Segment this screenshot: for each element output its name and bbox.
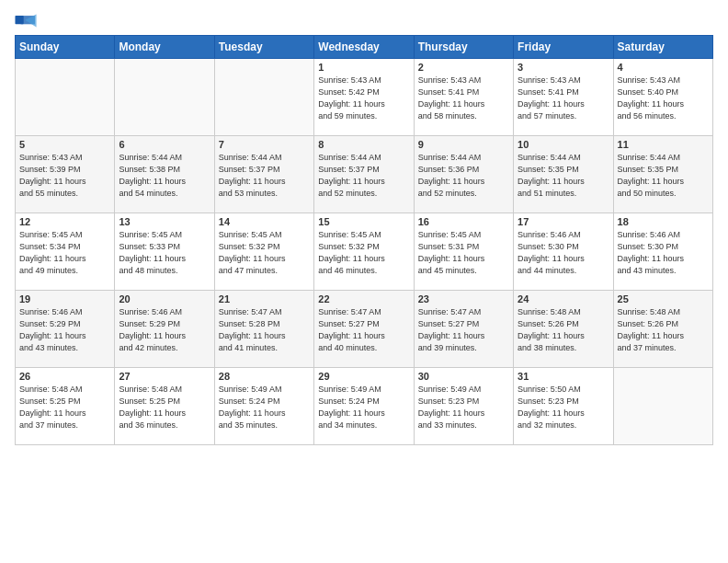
day-number: 4 [618,62,709,73]
day-number: 26 [19,371,110,382]
day-info: Sunrise: 5:48 AM Sunset: 5:26 PM Dayligh… [518,306,609,354]
day-info: Sunrise: 5:44 AM Sunset: 5:38 PM Dayligh… [119,152,210,200]
day-cell [115,59,214,136]
day-cell: 23Sunrise: 5:47 AM Sunset: 5:27 PM Dayli… [414,291,513,368]
day-info: Sunrise: 5:43 AM Sunset: 5:41 PM Dayligh… [418,75,509,122]
day-cell: 22Sunrise: 5:47 AM Sunset: 5:27 PM Dayli… [314,291,414,368]
day-cell: 25Sunrise: 5:48 AM Sunset: 5:26 PM Dayli… [613,291,712,368]
day-number: 31 [518,371,609,382]
week-row-3: 19Sunrise: 5:46 AM Sunset: 5:29 PM Dayli… [16,291,713,368]
day-number: 27 [119,371,210,382]
day-number: 30 [418,371,509,382]
day-info: Sunrise: 5:45 AM Sunset: 5:32 PM Dayligh… [318,229,409,277]
day-number: 15 [318,216,409,227]
logo-icon [15,13,37,31]
day-cell [613,368,712,445]
day-info: Sunrise: 5:44 AM Sunset: 5:37 PM Dayligh… [219,152,310,200]
day-cell: 10Sunrise: 5:44 AM Sunset: 5:35 PM Dayli… [514,136,613,213]
day-info: Sunrise: 5:46 AM Sunset: 5:30 PM Dayligh… [518,229,609,277]
day-info: Sunrise: 5:50 AM Sunset: 5:23 PM Dayligh… [518,384,609,431]
header-area [15,9,713,31]
day-cell: 31Sunrise: 5:50 AM Sunset: 5:23 PM Dayli… [514,368,613,445]
day-cell: 21Sunrise: 5:47 AM Sunset: 5:28 PM Dayli… [214,291,313,368]
day-info: Sunrise: 5:49 AM Sunset: 5:23 PM Dayligh… [418,384,509,431]
day-cell: 3Sunrise: 5:43 AM Sunset: 5:41 PM Daylig… [514,59,613,136]
day-info: Sunrise: 5:48 AM Sunset: 5:25 PM Dayligh… [19,384,110,431]
day-cell: 13Sunrise: 5:45 AM Sunset: 5:33 PM Dayli… [115,213,214,291]
day-number: 5 [19,139,110,150]
day-cell: 11Sunrise: 5:44 AM Sunset: 5:35 PM Dayli… [613,136,712,213]
day-info: Sunrise: 5:43 AM Sunset: 5:41 PM Dayligh… [518,75,609,122]
header-cell-tuesday: Tuesday [214,36,313,59]
day-number: 12 [19,216,110,227]
day-cell: 12Sunrise: 5:45 AM Sunset: 5:34 PM Dayli… [16,213,115,291]
day-number: 18 [618,216,709,227]
day-cell: 7Sunrise: 5:44 AM Sunset: 5:37 PM Daylig… [214,136,313,213]
day-cell [16,59,115,136]
day-info: Sunrise: 5:47 AM Sunset: 5:28 PM Dayligh… [219,306,310,354]
header-cell-wednesday: Wednesday [314,36,414,59]
day-cell: 29Sunrise: 5:49 AM Sunset: 5:24 PM Dayli… [314,368,414,445]
calendar-table: SundayMondayTuesdayWednesdayThursdayFrid… [15,35,713,445]
day-info: Sunrise: 5:45 AM Sunset: 5:34 PM Dayligh… [19,229,110,277]
day-cell: 24Sunrise: 5:48 AM Sunset: 5:26 PM Dayli… [514,291,613,368]
day-number: 22 [318,293,409,304]
day-number: 19 [19,293,110,304]
day-cell: 17Sunrise: 5:46 AM Sunset: 5:30 PM Dayli… [514,213,613,291]
day-number: 3 [518,62,609,73]
day-number: 11 [618,139,709,150]
day-info: Sunrise: 5:44 AM Sunset: 5:37 PM Dayligh… [318,152,409,200]
week-row-4: 26Sunrise: 5:48 AM Sunset: 5:25 PM Dayli… [16,368,713,445]
day-cell: 8Sunrise: 5:44 AM Sunset: 5:37 PM Daylig… [314,136,414,213]
day-number: 14 [219,216,310,227]
week-row-2: 12Sunrise: 5:45 AM Sunset: 5:34 PM Dayli… [16,213,713,291]
day-number: 8 [318,139,409,150]
day-info: Sunrise: 5:48 AM Sunset: 5:26 PM Dayligh… [618,306,709,354]
day-number: 21 [219,293,310,304]
week-row-0: 1Sunrise: 5:43 AM Sunset: 5:42 PM Daylig… [16,59,713,136]
day-info: Sunrise: 5:43 AM Sunset: 5:42 PM Dayligh… [318,75,409,122]
day-cell: 28Sunrise: 5:49 AM Sunset: 5:24 PM Dayli… [214,368,313,445]
day-number: 29 [318,371,409,382]
day-info: Sunrise: 5:45 AM Sunset: 5:32 PM Dayligh… [219,229,310,277]
day-cell: 9Sunrise: 5:44 AM Sunset: 5:36 PM Daylig… [414,136,513,213]
day-number: 25 [618,293,709,304]
header-cell-thursday: Thursday [414,36,513,59]
header-cell-saturday: Saturday [613,36,712,59]
day-info: Sunrise: 5:45 AM Sunset: 5:31 PM Dayligh… [418,229,509,277]
day-cell: 19Sunrise: 5:46 AM Sunset: 5:29 PM Dayli… [16,291,115,368]
day-cell [214,59,313,136]
day-info: Sunrise: 5:44 AM Sunset: 5:35 PM Dayligh… [518,152,609,200]
day-cell: 14Sunrise: 5:45 AM Sunset: 5:32 PM Dayli… [214,213,313,291]
day-info: Sunrise: 5:43 AM Sunset: 5:40 PM Dayligh… [618,75,709,122]
week-row-1: 5Sunrise: 5:43 AM Sunset: 5:39 PM Daylig… [16,136,713,213]
day-cell: 18Sunrise: 5:46 AM Sunset: 5:30 PM Dayli… [613,213,712,291]
header-cell-sunday: Sunday [16,36,115,59]
svg-rect-2 [15,16,23,24]
day-number: 7 [219,139,310,150]
day-cell: 2Sunrise: 5:43 AM Sunset: 5:41 PM Daylig… [414,59,513,136]
day-cell: 20Sunrise: 5:46 AM Sunset: 5:29 PM Dayli… [115,291,214,368]
day-info: Sunrise: 5:48 AM Sunset: 5:25 PM Dayligh… [119,384,210,431]
header-cell-friday: Friday [514,36,613,59]
day-number: 9 [418,139,509,150]
day-number: 24 [518,293,609,304]
day-info: Sunrise: 5:43 AM Sunset: 5:39 PM Dayligh… [19,152,110,200]
calendar-header: SundayMondayTuesdayWednesdayThursdayFrid… [16,36,713,59]
day-cell: 1Sunrise: 5:43 AM Sunset: 5:42 PM Daylig… [314,59,414,136]
day-info: Sunrise: 5:47 AM Sunset: 5:27 PM Dayligh… [318,306,409,354]
day-number: 16 [418,216,509,227]
day-info: Sunrise: 5:46 AM Sunset: 5:29 PM Dayligh… [119,306,210,354]
calendar-container: SundayMondayTuesdayWednesdayThursdayFrid… [0,0,728,453]
day-number: 13 [119,216,210,227]
day-cell: 5Sunrise: 5:43 AM Sunset: 5:39 PM Daylig… [16,136,115,213]
day-number: 1 [318,62,409,73]
day-cell: 6Sunrise: 5:44 AM Sunset: 5:38 PM Daylig… [115,136,214,213]
day-number: 17 [518,216,609,227]
day-info: Sunrise: 5:45 AM Sunset: 5:33 PM Dayligh… [119,229,210,277]
day-number: 28 [219,371,310,382]
header-row: SundayMondayTuesdayWednesdayThursdayFrid… [16,36,713,59]
logo [15,13,40,31]
calendar-body: 1Sunrise: 5:43 AM Sunset: 5:42 PM Daylig… [16,59,713,445]
day-number: 6 [119,139,210,150]
